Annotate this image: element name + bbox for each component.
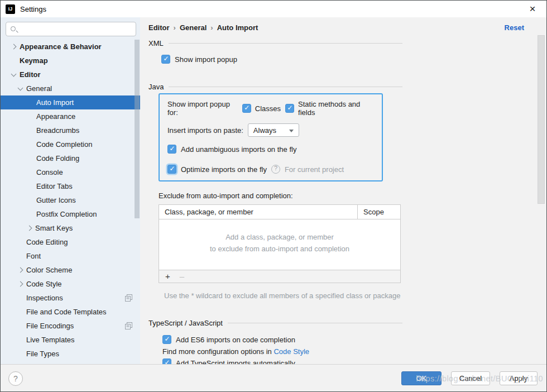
content-scrollbar-thumb[interactable] xyxy=(538,35,545,204)
column-scope: Scope xyxy=(358,208,384,216)
column-class-package-member: Class, package, or member xyxy=(159,205,358,219)
chevron-down-icon xyxy=(289,130,294,132)
help-button[interactable]: ? xyxy=(8,371,23,386)
breadcrumb: Editor › General › Auto Import Reset xyxy=(148,17,546,32)
sidebar-item-live-templates[interactable]: Live Templates xyxy=(1,333,140,347)
breadcrumb-general[interactable]: General xyxy=(180,23,207,32)
sidebar-item-appearance-behavior[interactable]: Appearance & Behavior xyxy=(1,40,140,54)
add-icon[interactable]: + xyxy=(165,271,170,282)
add-typescript-imports-row[interactable]: Add TypeScript imports automatically xyxy=(162,358,546,364)
section-divider xyxy=(228,323,402,323)
add-unambiguous-imports-row[interactable]: Add unambiguous imports on the fly xyxy=(167,145,374,154)
sidebar-item-gutter-icons[interactable]: Gutter Icons xyxy=(1,193,140,207)
window-title: Settings xyxy=(20,5,46,13)
sidebar-item-code-style[interactable]: Code Style xyxy=(1,277,140,291)
exclude-table-empty-state: Add a class, package, or member to exclu… xyxy=(159,219,400,270)
sidebar-item-auto-import[interactable]: Auto Import xyxy=(1,95,140,109)
per-project-settings-icon xyxy=(125,322,132,329)
sidebar-item-general[interactable]: General xyxy=(1,82,140,95)
sidebar-item-font[interactable]: Font xyxy=(1,249,140,263)
sidebar-item-editor-tabs[interactable]: Editor Tabs xyxy=(1,179,140,193)
sidebar-item-breadcrumbs[interactable]: Breadcrumbs xyxy=(1,123,140,137)
ok-button[interactable]: OK xyxy=(401,371,442,385)
breadcrumb-separator: › xyxy=(210,23,213,32)
chevron-right-icon[interactable] xyxy=(16,280,25,289)
chevron-right-icon[interactable] xyxy=(25,224,34,233)
exclude-table[interactable]: Class, package, or member Scope Add a cl… xyxy=(159,204,401,270)
intellij-logo-icon: IJ xyxy=(6,4,15,14)
remove-icon: – xyxy=(180,271,184,282)
sidebar-item-code-completion[interactable]: Code Completion xyxy=(1,137,140,151)
checkbox-checked-icon[interactable] xyxy=(162,358,171,364)
settings-tree: Appearance & Behavior Keymap Editor Gene… xyxy=(1,40,140,361)
titlebar: IJ Settings × xyxy=(1,1,546,17)
close-icon[interactable]: × xyxy=(525,2,540,16)
help-circle-icon[interactable] xyxy=(271,165,280,174)
add-es6-imports-row[interactable]: Add ES6 imports on code completion xyxy=(162,335,546,344)
checkbox-checked-icon[interactable] xyxy=(161,55,170,64)
sidebar-item-color-scheme[interactable]: Color Scheme xyxy=(1,263,140,277)
search-icon xyxy=(11,26,16,31)
settings-dialog: IJ Settings × Appearance & Behavior Keym… xyxy=(0,0,547,392)
sidebar-item-inspections[interactable]: Inspections xyxy=(1,291,140,305)
sidebar-item-editor[interactable]: Editor xyxy=(1,68,140,82)
section-divider xyxy=(169,43,402,44)
apply-button[interactable]: Apply xyxy=(500,371,538,385)
show-import-popup-row[interactable]: Show import popup xyxy=(161,55,546,64)
breadcrumb-editor[interactable]: Editor xyxy=(148,23,170,32)
optimize-imports-row[interactable]: Optimize imports on the fly For current … xyxy=(167,165,374,174)
section-divider xyxy=(169,87,402,87)
checkbox-checked-icon[interactable] xyxy=(167,145,176,154)
insert-imports-on-paste-row: Insert imports on paste: Always xyxy=(167,123,374,137)
checkbox-checked-icon[interactable] xyxy=(167,165,176,174)
search-input[interactable] xyxy=(20,23,131,35)
exclude-table-toolbar: + – xyxy=(159,270,401,283)
sidebar-item-console[interactable]: Console xyxy=(1,165,140,179)
insert-imports-dropdown[interactable]: Always xyxy=(248,123,299,137)
cancel-button[interactable]: Cancel xyxy=(451,371,490,385)
find-more-options-row: Find more configuration options in Code … xyxy=(162,347,546,356)
search-box[interactable] xyxy=(6,22,136,36)
breadcrumb-auto-import: Auto Import xyxy=(217,23,258,32)
checkbox-checked-icon[interactable] xyxy=(285,104,294,113)
sidebar-item-file-types[interactable]: File Types xyxy=(1,347,140,361)
breadcrumb-separator: › xyxy=(174,23,176,32)
code-style-link[interactable]: Code Style xyxy=(274,347,309,356)
checkbox-checked-icon[interactable] xyxy=(162,335,171,344)
sidebar-item-postfix-completion[interactable]: Postfix Completion xyxy=(1,207,140,221)
sidebar-item-keymap[interactable]: Keymap xyxy=(1,54,140,68)
sidebar-item-appearance[interactable]: Appearance xyxy=(1,109,140,123)
dialog-footer: ? OK Cancel Apply https://blog.csdn.net/… xyxy=(1,364,546,392)
settings-sidebar: Appearance & Behavior Keymap Editor Gene… xyxy=(1,17,140,364)
section-java: Java xyxy=(148,83,402,91)
chevron-down-icon[interactable] xyxy=(16,84,25,93)
sidebar-scrollbar-thumb[interactable] xyxy=(135,40,140,218)
show-import-popup-for-row: Show import popup for: Classes Static me… xyxy=(167,100,374,117)
exclude-table-header: Class, package, or member Scope xyxy=(159,205,400,219)
sidebar-item-smart-keys[interactable]: Smart Keys xyxy=(1,221,140,235)
sidebar-item-code-folding[interactable]: Code Folding xyxy=(1,151,140,165)
sidebar-item-code-editing[interactable]: Code Editing xyxy=(1,235,140,249)
chevron-right-icon[interactable] xyxy=(16,266,25,275)
reset-link[interactable]: Reset xyxy=(505,23,524,32)
per-project-settings-icon xyxy=(125,294,132,302)
section-xml: XML xyxy=(148,39,402,47)
exclude-label: Exclude from auto-import and completion: xyxy=(159,192,546,200)
settings-content: Editor › General › Auto Import Reset XML… xyxy=(140,17,546,364)
chevron-down-icon[interactable] xyxy=(9,70,18,79)
checkbox-checked-icon[interactable] xyxy=(242,104,251,113)
sidebar-item-file-and-code-templates[interactable]: File and Code Templates xyxy=(1,305,140,319)
wildcard-hint: Use the * wildcard to exclude all member… xyxy=(164,291,410,301)
section-typescript-javascript: TypeScript / JavaScript xyxy=(148,319,402,327)
sidebar-item-file-encodings[interactable]: File Encodings xyxy=(1,319,140,333)
chevron-right-icon[interactable] xyxy=(9,42,18,51)
java-highlighted-options: Show import popup for: Classes Static me… xyxy=(159,93,383,181)
